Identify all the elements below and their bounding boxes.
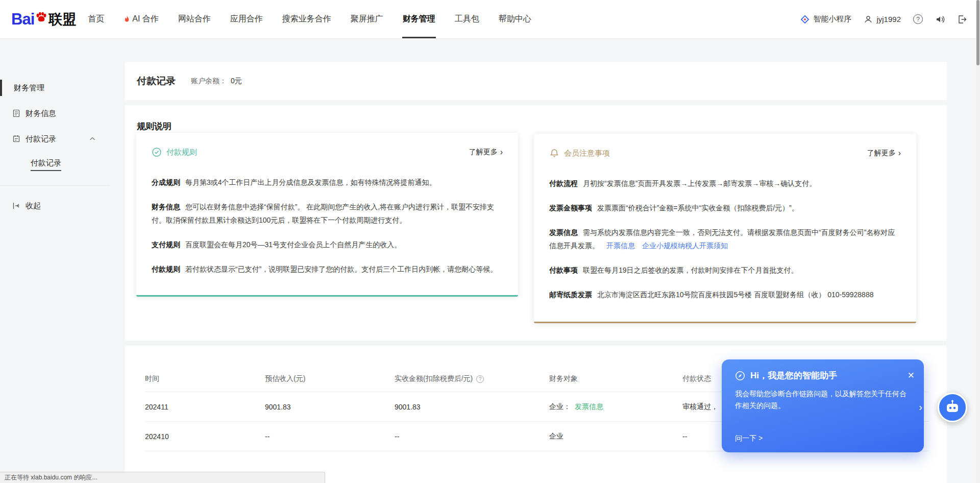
small-taxpayer-notice-link[interactable]: 企业小规模纳税人开票须知	[642, 242, 728, 250]
scrollbar-track[interactable]	[976, 0, 980, 483]
page-header-band: 付款记录 账户余额： 0元	[125, 62, 947, 100]
chevron-right-icon: ›	[898, 149, 901, 157]
member-notice-more-link[interactable]: 了解更多›	[867, 149, 901, 158]
help-icon[interactable]: ?	[913, 14, 923, 24]
page-title: 付款记录	[137, 75, 176, 88]
status-text: 正在等待 xlab.baidu.com 的响应...	[5, 473, 97, 482]
cell-finance-object: 企业： 发票信息	[549, 402, 682, 412]
member-notice-icon	[549, 148, 559, 158]
nav-item-home[interactable]: 首页	[78, 0, 114, 38]
chevron-right-icon: ›	[500, 148, 503, 156]
compass-icon	[735, 371, 745, 381]
navbar-right-group: 智能小程序 jyj1992 ?	[800, 14, 967, 24]
logo-text-bai: Bai	[11, 10, 34, 29]
member-notice-card-header: 会员注意事项 了解更多›	[534, 134, 916, 158]
invoice-open-info-link[interactable]: 开票信息	[606, 242, 635, 250]
assistant-expand-icon[interactable]: ›	[919, 401, 922, 413]
assistant-header: Hi，我是您的智能助手 ✕	[722, 359, 924, 381]
sidebar: 财务管理 财务信息 付款记录 付款记录 收起	[0, 39, 125, 483]
notice-paragraph: 发票信息需与系统内发票信息内容完全一致，否则无法支付。请根据发票信息页面中“百度…	[549, 226, 901, 252]
logo-text-union: 联盟	[48, 10, 76, 29]
finance-info-icon	[12, 109, 20, 117]
robot-assistant-button[interactable]	[938, 393, 967, 422]
balance-value: 0元	[231, 77, 242, 86]
payment-rules-card-header: 付款规则 了解更多›	[136, 133, 518, 157]
cell-finance-object: 企业	[549, 432, 682, 441]
nav-item-search-cooperation[interactable]: 搜索业务合作	[273, 0, 341, 38]
notice-paragraph: 发票金额事项发票票面“价税合计”金额=系统中“实收金额（扣除税费后/元）”。	[549, 201, 901, 214]
nav-item-screen-promotion[interactable]: 聚屏推广	[341, 0, 393, 38]
cell-actual-amount: --	[395, 432, 549, 441]
assistant-title: Hi，我是您的智能助手	[750, 370, 837, 381]
sidebar-subitem-payment-records[interactable]: 付款记录	[0, 152, 125, 177]
miniapp-entry[interactable]: 智能小程序	[800, 14, 851, 24]
logout-icon[interactable]	[958, 15, 967, 24]
rules-section-title: 规则说明	[137, 120, 172, 132]
baidu-union-logo[interactable]: Bai 联盟	[11, 10, 76, 29]
notice-paragraph: 付款事项联盟在每月19日之后签收的发票，付款时间安排在下个月首批支付。	[549, 263, 901, 277]
miniapp-icon	[800, 15, 810, 24]
browser-status-bar: 正在等待 xlab.baidu.com 的响应...	[0, 472, 325, 483]
user-account[interactable]: jyj1992	[864, 15, 901, 24]
cell-estimated-income: --	[265, 432, 395, 441]
payment-records-icon	[12, 135, 20, 143]
payment-rules-card-body: 分成规则每月第3或4个工作日产出上月分成信息及发票信息，如有特殊情况将提前通知。…	[136, 157, 518, 276]
top-navbar: Bai 联盟 首页 AI 合作 网站合作 应用合作 搜索业务合作 聚屏推广 财务…	[0, 0, 980, 39]
nav-item-toolkit[interactable]: 工具包	[445, 0, 489, 38]
nav-item-finance-management[interactable]: 财务管理	[393, 0, 445, 38]
sidebar-item-finance-info[interactable]: 财务信息	[0, 101, 125, 126]
col-header-finance-object: 财务对象	[549, 374, 682, 383]
sidebar-section-finance-management[interactable]: 财务管理	[0, 75, 125, 101]
rule-paragraph: 支付规则百度联盟会在每月20号—31号支付企业会员上个自然月产生的收入。	[152, 238, 503, 251]
user-icon	[864, 15, 873, 24]
assistant-popup: Hi，我是您的智能助手 ✕ 我会帮助您诊断合作链路问题，以及解答您关于任何合作相…	[722, 359, 924, 452]
sidebar-collapse-button[interactable]: 收起	[0, 193, 125, 219]
cell-estimated-income: 9001.83	[265, 403, 395, 411]
member-notice-card-title: 会员注意事项	[564, 149, 610, 158]
nav-item-help-center[interactable]: 帮助中心	[489, 0, 541, 38]
cell-time: 202411	[145, 403, 265, 411]
member-notice-card-body: 付款流程月初按“发票信息”页面开具发票→上传发票→邮寄发票→审核→确认支付。 发…	[534, 158, 916, 301]
sidebar-item-payment-records[interactable]: 付款记录	[0, 126, 125, 152]
account-balance: 账户余额： 0元	[191, 77, 242, 86]
robot-icon	[944, 399, 961, 416]
speaker-icon[interactable]	[935, 15, 945, 24]
scrollbar-thumb[interactable]	[976, 0, 979, 65]
nav-item-ai-cooperation[interactable]: AI 合作	[114, 0, 168, 38]
flame-icon	[124, 15, 130, 23]
payment-rules-more-link[interactable]: 了解更多›	[469, 148, 503, 157]
assistant-ask-link[interactable]: 问一下 >	[735, 434, 763, 443]
assistant-body: 我会帮助您诊断合作链路问题，以及解答您关于任何合作相关的问题。	[722, 381, 924, 412]
payment-rules-card: 付款规则 了解更多› 分成规则每月第3或4个工作日产出上月分成信息及发票信息，如…	[136, 133, 518, 297]
main-nav: 首页 AI 合作 网站合作 应用合作 搜索业务合作 聚屏推广 财务管理 工具包 …	[78, 0, 541, 38]
member-notice-card: 会员注意事项 了解更多› 付款流程月初按“发票信息”页面开具发票→上传发票→邮寄…	[534, 134, 916, 323]
paw-icon	[35, 12, 47, 23]
cell-time: 202410	[145, 432, 265, 441]
invoice-info-link[interactable]: 发票信息	[575, 402, 603, 412]
payment-rules-icon	[152, 147, 162, 157]
collapse-icon	[12, 202, 20, 210]
nav-item-website-cooperation[interactable]: 网站合作	[168, 0, 220, 38]
chevron-up-icon	[89, 137, 95, 141]
notice-paragraph: 邮寄纸质发票北京市海淀区西北旺东路10号院百度科技园5号楼 百度联盟财务组（收）…	[549, 288, 901, 301]
rule-paragraph: 分成规则每月第3或4个工作日产出上月分成信息及发票信息，如有特殊情况将提前通知。	[152, 176, 503, 189]
sidebar-divider	[0, 185, 110, 186]
rules-section: 规则说明 付款规则 了解更多› 分成规则每月第3或4个工作日产出上月分成信息及发…	[125, 105, 947, 341]
cell-actual-amount: 9001.83	[395, 403, 549, 411]
payment-rules-card-title: 付款规则	[166, 148, 197, 157]
close-icon[interactable]: ✕	[908, 371, 915, 380]
question-mark-icon[interactable]: ?	[476, 375, 484, 383]
balance-label: 账户余额：	[191, 77, 227, 86]
notice-paragraph: 付款流程月初按“发票信息”页面开具发票→上传发票→邮寄发票→审核→确认支付。	[549, 177, 901, 190]
col-header-time: 时间	[145, 374, 265, 383]
col-header-actual-amount: 实收金额(扣除税费后/元) ?	[395, 374, 549, 383]
col-header-estimated-income: 预估收入(元)	[265, 374, 395, 383]
rule-paragraph: 财务信息您可以在财务信息中选择“保留付款”。 在此期间您产生的收入,将在账户内进…	[152, 200, 503, 227]
nav-item-app-cooperation[interactable]: 应用合作	[220, 0, 273, 38]
rule-paragraph: 付款规则若付款状态显示“已支付”，说明联盟已安排了您的付款。支付后三个工作日内到…	[152, 262, 503, 276]
